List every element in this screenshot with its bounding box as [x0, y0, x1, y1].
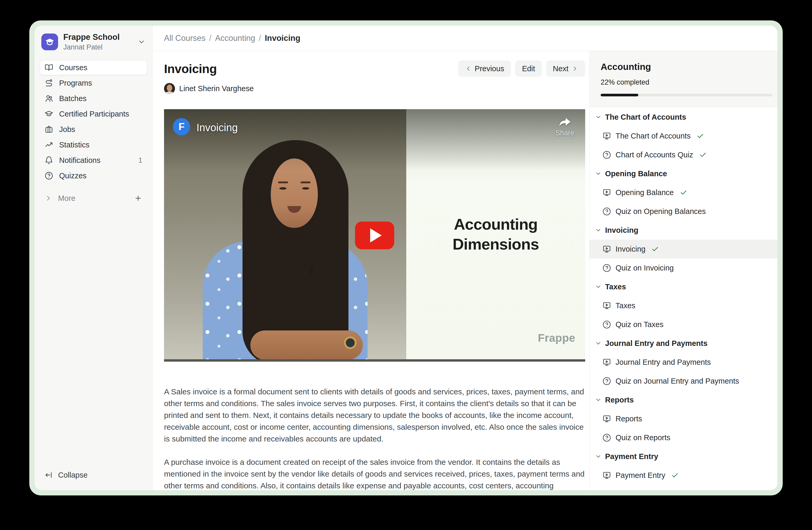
help-circle-icon [602, 150, 611, 159]
video-overlay-title[interactable]: Invoicing [197, 122, 238, 134]
chapter-opening-balance[interactable]: Opening Balance [590, 164, 778, 183]
collapse-label: Collapse [58, 471, 88, 479]
sidebar-nav: Courses Programs Batches Certified Parti… [40, 60, 147, 183]
sidebar-item-label: Certified Participants [59, 110, 129, 118]
edit-button[interactable]: Edit [515, 60, 542, 77]
plus-icon[interactable] [134, 194, 142, 203]
check-icon [699, 151, 707, 159]
more-label: More [58, 194, 75, 203]
lesson-title-row: Invoicing Previous Edit Next [164, 60, 585, 77]
workspace-switcher[interactable]: Frappe School Jannat Patel [40, 32, 147, 51]
breadcrumb: All Courses / Accounting / Invoicing [164, 33, 300, 43]
route-icon [44, 79, 53, 87]
outline-lesson[interactable]: Chart of Accounts Quiz [590, 145, 778, 164]
wrist-watch [344, 336, 357, 349]
check-icon [696, 132, 704, 140]
sidebar-collapse-button[interactable]: Collapse [40, 468, 147, 482]
outline-list: The Chart of Accounts The Chart of Accou… [590, 107, 778, 490]
sidebar-item-courses[interactable]: Courses [40, 60, 147, 75]
sidebar-item-jobs[interactable]: Jobs [40, 122, 147, 137]
chapter-invoicing[interactable]: Invoicing [590, 221, 778, 240]
lesson-label: Quiz on Journal Entry and Payments [615, 377, 739, 386]
chevron-down-icon [595, 340, 602, 347]
outline-lesson[interactable]: Opening Balance [590, 183, 778, 202]
main-column: All Courses / Accounting / Invoicing Inv… [153, 26, 778, 490]
content-row: Invoicing Previous Edit Next [153, 51, 778, 490]
next-button[interactable]: Next [546, 60, 585, 77]
previous-button[interactable]: Previous [458, 60, 511, 77]
share-arrow-icon [558, 116, 571, 128]
lesson-nav-buttons: Previous Edit Next [458, 60, 585, 77]
sidebar-item-label: Jobs [59, 125, 75, 134]
lesson-label: The Chart of Accounts [615, 132, 691, 140]
previous-button-label: Previous [475, 65, 504, 73]
outline-lesson[interactable]: Quiz on Journal Entry and Payments [590, 372, 778, 390]
check-icon [651, 245, 659, 253]
outline-lesson[interactable]: Payment Entry [590, 466, 778, 485]
outline-lesson[interactable]: The Chart of Accounts [590, 126, 778, 145]
app-frame: Frappe School Jannat Patel Courses Progr… [34, 26, 778, 490]
video-top-gradient [164, 109, 585, 171]
lavalier-mic [309, 266, 314, 274]
chapter-journal-entry-and-payments[interactable]: Journal Entry and Payments [590, 334, 778, 353]
chapter-title: The Chart of Accounts [605, 113, 686, 122]
help-circle-icon [44, 171, 53, 180]
lesson-label: Payment Entry [615, 471, 665, 480]
breadcrumb-all-courses[interactable]: All Courses [164, 33, 206, 43]
breadcrumb-accounting[interactable]: Accounting [215, 33, 255, 43]
sidebar-item-notifications[interactable]: Notifications 1 [40, 153, 147, 168]
chapter-payment-entry[interactable]: Payment Entry [590, 447, 778, 466]
sidebar-item-statistics[interactable]: Statistics [40, 138, 147, 152]
share-button[interactable]: Share [555, 116, 574, 137]
monitor-play-icon [602, 188, 611, 197]
outline-lesson[interactable]: Quiz on Reports [590, 428, 778, 447]
lesson-label: Quiz on Invoicing [615, 264, 673, 272]
chevron-down-icon [595, 114, 602, 121]
course-outline: Accounting 22% completed The Chart of Ac… [589, 51, 778, 490]
topbar: All Courses / Accounting / Invoicing [153, 26, 778, 51]
outline-lesson[interactable]: Journal Entry and Payments [590, 353, 778, 372]
breadcrumb-current: Invoicing [265, 33, 300, 43]
chapter-reports[interactable]: Reports [590, 390, 778, 409]
play-button-icon[interactable] [355, 222, 394, 249]
outline-lesson[interactable]: Quiz on Taxes [590, 315, 778, 334]
chevron-down-icon[interactable] [137, 38, 145, 46]
progress-track [600, 94, 772, 96]
chapter-the-chart-of-accounts[interactable]: The Chart of Accounts [590, 108, 778, 126]
chevron-right-icon [44, 194, 52, 202]
sidebar-item-label: Courses [59, 64, 87, 72]
lesson-body-text: A Sales invoice is a formal document sen… [164, 386, 585, 490]
chapter-taxes[interactable]: Taxes [590, 277, 778, 296]
channel-avatar[interactable]: F [173, 118, 190, 135]
frappe-watermark: Frappe [538, 332, 575, 344]
chapter-title: Journal Entry and Payments [605, 339, 708, 348]
sidebar-more[interactable]: More [40, 191, 147, 206]
sidebar-item-programs[interactable]: Programs [40, 76, 147, 90]
lesson-label: Quiz on Opening Balances [615, 207, 706, 216]
lesson-label: Chart of Accounts Quiz [615, 151, 693, 159]
outline-lesson-active[interactable]: Invoicing [590, 240, 778, 259]
lesson-label: Opening Balance [615, 188, 674, 197]
video-player[interactable]: Accounting Dimensions F Invoicing Share … [164, 109, 585, 362]
sidebar-item-batches[interactable]: Batches [40, 91, 147, 106]
sidebar-item-certified-participants[interactable]: Certified Participants [40, 107, 147, 121]
check-icon [671, 471, 679, 479]
bell-icon [44, 156, 53, 165]
chevron-down-icon [595, 396, 602, 403]
next-button-label: Next [553, 65, 568, 73]
outline-lesson[interactable]: Quiz on Opening Balances [590, 202, 778, 221]
sidebar-spacer [40, 206, 147, 468]
outline-lesson[interactable]: Taxes [590, 296, 778, 315]
monitor-play-icon [602, 471, 611, 480]
help-circle-icon [602, 433, 611, 442]
sidebar-item-quizzes[interactable]: Quizzes [40, 168, 147, 183]
help-circle-icon [602, 207, 611, 216]
help-circle-icon [602, 263, 611, 273]
outline-lesson[interactable]: Quiz on Invoicing [590, 259, 778, 277]
course-title: Accounting [600, 61, 772, 72]
outline-lesson[interactable]: Reports [590, 409, 778, 428]
frappe-school-logo [41, 33, 58, 50]
app-window: Frappe School Jannat Patel Courses Progr… [29, 20, 783, 496]
video-progress-bar[interactable] [164, 359, 585, 362]
chevron-down-icon [595, 227, 602, 234]
